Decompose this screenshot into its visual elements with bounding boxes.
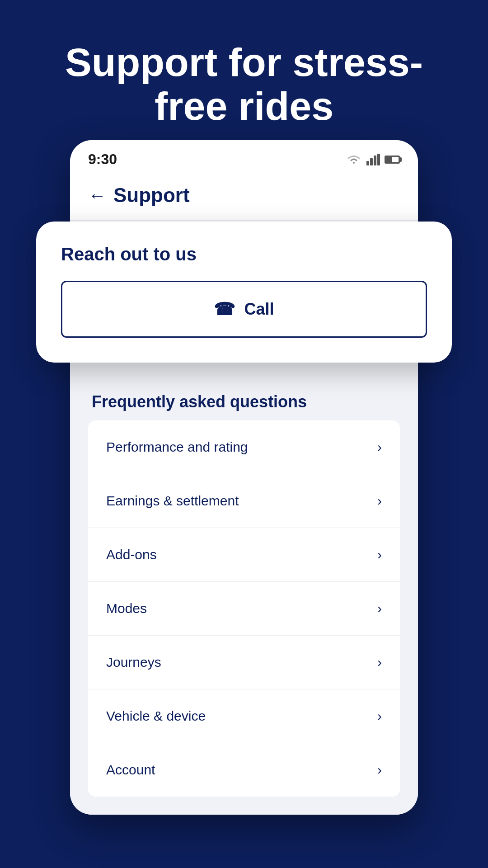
chevron-right-icon: › (377, 762, 382, 778)
phone-icon: ☎ (214, 299, 235, 319)
back-button[interactable]: ← (88, 185, 106, 206)
svg-rect-2 (374, 156, 376, 165)
back-arrow-icon: ← (88, 185, 106, 206)
faq-item-label: Journeys (106, 655, 161, 670)
chevron-right-icon: › (377, 493, 382, 509)
call-button[interactable]: ☎ Call (61, 281, 427, 338)
signal-icon (366, 154, 380, 165)
faq-item[interactable]: Earnings & settlement› (88, 474, 400, 528)
faq-item-label: Vehicle & device (106, 708, 206, 724)
status-time: 9:30 (88, 151, 117, 168)
wifi-icon (346, 154, 362, 165)
chevron-right-icon: › (377, 655, 382, 670)
faq-item[interactable]: Performance and rating› (88, 420, 400, 474)
chevron-right-icon: › (377, 708, 382, 724)
faq-item[interactable]: Add-ons› (88, 528, 400, 582)
chevron-right-icon: › (377, 601, 382, 616)
faq-item-label: Earnings & settlement (106, 493, 239, 509)
faq-item-label: Account (106, 762, 155, 778)
faq-item-label: Add-ons (106, 547, 157, 562)
faq-item-label: Performance and rating (106, 439, 248, 455)
status-bar: 9:30 (70, 140, 418, 175)
faq-list: Performance and rating›Earnings & settle… (88, 420, 400, 797)
svg-rect-0 (366, 161, 369, 165)
hero-title: Support for stress-free rides (0, 0, 488, 156)
svg-rect-3 (377, 154, 380, 165)
battery-icon (385, 156, 400, 164)
faq-item[interactable]: Account› (88, 743, 400, 797)
faq-item[interactable]: Modes› (88, 582, 400, 636)
faq-section-title: Frequently asked questions (88, 392, 400, 411)
nav-title: Support (113, 184, 190, 207)
faq-section: Frequently asked questions Performance a… (70, 370, 418, 815)
chevron-right-icon: › (377, 439, 382, 455)
faq-item[interactable]: Vehicle & device› (88, 689, 400, 743)
reach-out-title: Reach out to us (61, 244, 427, 264)
call-button-label: Call (244, 300, 274, 319)
nav-bar: ← Support (70, 175, 418, 221)
status-icons (346, 154, 400, 165)
faq-item[interactable]: Journeys› (88, 636, 400, 689)
svg-rect-1 (370, 158, 373, 165)
faq-item-label: Modes (106, 601, 147, 616)
chevron-right-icon: › (377, 547, 382, 562)
reach-out-card: Reach out to us ☎ Call (36, 222, 452, 363)
